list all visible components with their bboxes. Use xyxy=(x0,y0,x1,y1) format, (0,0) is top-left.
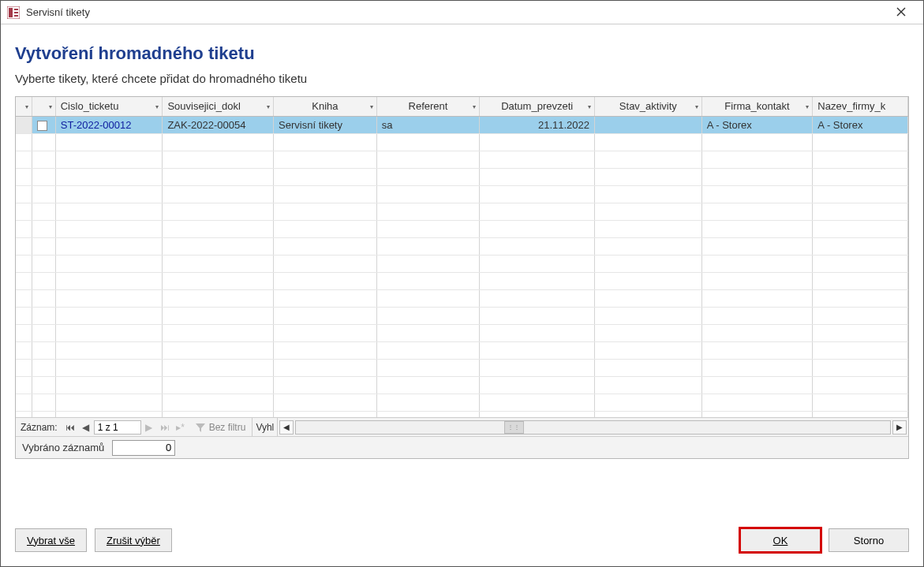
selected-count-value[interactable] xyxy=(112,440,175,456)
cell-nazev-firmy[interactable]: A - Storex xyxy=(813,116,908,133)
svg-rect-4 xyxy=(14,15,18,17)
window-title: Servisní tikety xyxy=(26,6,885,18)
nav-search-label[interactable]: Vyhl xyxy=(252,418,278,436)
chevron-down-icon: ▾ xyxy=(473,103,476,110)
table-row xyxy=(16,255,908,272)
nav-label: Záznam: xyxy=(16,422,62,433)
table-row xyxy=(16,203,908,220)
dialog-footer: Vybrat vše Zrušit výběr OK Storno xyxy=(1,516,923,566)
col-checkbox[interactable]: ▾ xyxy=(32,97,55,116)
chevron-down-icon: ▾ xyxy=(588,103,591,110)
svg-marker-7 xyxy=(196,423,205,432)
page-subheading: Vyberte tikety, které chcete přidat do h… xyxy=(15,72,909,85)
table-row xyxy=(16,324,908,341)
clear-selection-button[interactable]: Zrušit výběr xyxy=(95,528,172,552)
svg-rect-1 xyxy=(9,8,13,17)
page-heading: Vytvoření hromadného tiketu xyxy=(15,43,909,64)
col-rowselect[interactable]: ▾ xyxy=(16,97,32,116)
cell-firma-kontakt[interactable]: A - Storex xyxy=(701,116,813,133)
row-selector[interactable] xyxy=(16,116,32,133)
table-row xyxy=(16,151,908,168)
table-row xyxy=(16,168,908,185)
ok-button[interactable]: OK xyxy=(740,528,821,552)
app-icon xyxy=(7,6,20,19)
svg-rect-3 xyxy=(14,12,18,13)
cell-cislo-ticketu[interactable]: ST-2022-00012 xyxy=(55,116,163,133)
col-kniha[interactable]: Kniha▾ xyxy=(274,97,377,116)
col-nazev-firmy[interactable]: Nazev_firmy_k xyxy=(813,97,908,116)
chevron-down-icon: ▾ xyxy=(267,103,270,110)
table-row xyxy=(16,289,908,307)
table-row xyxy=(16,341,908,359)
table-row xyxy=(16,237,908,255)
table-row xyxy=(16,411,908,417)
nav-filter[interactable]: Bez filtru xyxy=(189,422,253,433)
chevron-down-icon: ▾ xyxy=(49,103,52,110)
col-firma-kontakt[interactable]: Firma_kontakt▾ xyxy=(701,97,813,116)
scroll-track[interactable]: ⋮⋮ xyxy=(295,420,891,435)
table-row xyxy=(16,220,908,237)
col-datum-prevzeti[interactable]: Datum_prevzeti▾ xyxy=(480,97,595,116)
chevron-down-icon: ▾ xyxy=(695,103,698,110)
nav-new-button[interactable]: ▸* xyxy=(173,422,189,433)
col-stav-aktivity[interactable]: Stav_aktivity▾ xyxy=(595,97,702,116)
cell-stav-aktivity[interactable] xyxy=(595,116,702,133)
scroll-thumb[interactable]: ⋮⋮ xyxy=(504,421,524,434)
grid-header-row: ▾ ▾ Cislo_ticketu▾ Souvisejici_dokl▾ Kni… xyxy=(16,97,908,116)
nav-next-button[interactable]: ▶ xyxy=(141,422,157,433)
table-row[interactable]: ST-2022-00012 ZAK-2022-00054 Servisní ti… xyxy=(16,116,908,133)
table-row xyxy=(16,307,908,324)
cancel-button[interactable]: Storno xyxy=(829,528,909,552)
cell-datum-prevzeti[interactable]: 21.11.2022 xyxy=(480,116,595,133)
table-row xyxy=(16,133,908,151)
horizontal-scrollbar[interactable]: ◀ ⋮⋮ ▶ xyxy=(278,420,908,435)
table-row xyxy=(16,185,908,203)
cell-souvisejici-dokl[interactable]: ZAK-2022-00054 xyxy=(163,116,274,133)
table-row xyxy=(16,376,908,394)
table-row xyxy=(16,272,908,289)
checkbox-icon xyxy=(37,121,47,131)
dialog-window: Servisní tikety Vytvoření hromadného tik… xyxy=(0,0,924,567)
titlebar: Servisní tikety xyxy=(1,1,923,24)
chevron-down-icon: ▾ xyxy=(25,103,28,110)
col-referent[interactable]: Referent▾ xyxy=(376,97,480,116)
ticket-grid: ▾ ▾ Cislo_ticketu▾ Souvisejici_dokl▾ Kni… xyxy=(15,96,909,459)
chevron-down-icon: ▾ xyxy=(370,103,373,110)
col-souvisejici-dokl[interactable]: Souvisejici_dokl▾ xyxy=(163,97,274,116)
cell-referent[interactable]: sa xyxy=(376,116,480,133)
nav-first-button[interactable]: ⏮ xyxy=(62,422,78,433)
table-row xyxy=(16,394,908,411)
selected-count-label: Vybráno záznamů xyxy=(22,442,104,453)
nav-position-input[interactable] xyxy=(94,420,141,435)
svg-rect-2 xyxy=(14,9,18,10)
cell-kniha[interactable]: Servisní tikety xyxy=(274,116,377,133)
row-checkbox[interactable] xyxy=(32,116,55,133)
select-all-button[interactable]: Vybrat vše xyxy=(15,528,87,552)
nav-prev-button[interactable]: ◀ xyxy=(78,422,94,433)
record-navigator: Záznam: ⏮ ◀ ▶ ⏭ ▸* Bez filtru Vyhl ◀ ⋮ xyxy=(16,417,908,436)
filter-icon xyxy=(195,422,206,433)
chevron-down-icon: ▾ xyxy=(806,103,809,110)
nav-last-button[interactable]: ⏭ xyxy=(157,422,173,433)
scroll-left-button[interactable]: ◀ xyxy=(279,420,294,435)
chevron-down-icon: ▾ xyxy=(155,103,159,110)
scroll-right-button[interactable]: ▶ xyxy=(892,420,907,435)
status-bar: Vybráno záznamů xyxy=(16,436,908,458)
col-cislo-ticketu[interactable]: Cislo_ticketu▾ xyxy=(55,97,163,116)
table-row xyxy=(16,359,908,376)
close-icon[interactable] xyxy=(885,6,917,20)
